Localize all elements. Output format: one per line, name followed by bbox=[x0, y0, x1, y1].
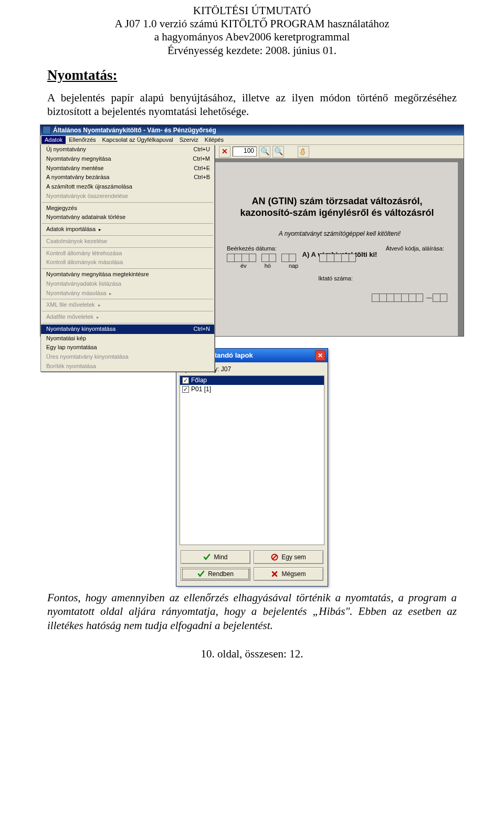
menu-item-label: Nyomtatvány kinyomtatása bbox=[46, 326, 116, 333]
list-item-label: P01 [1] bbox=[191, 385, 211, 393]
iktato-cells-f[interactable] bbox=[433, 294, 447, 302]
label-atvevo: Átvevő kódja, aláírása: bbox=[386, 245, 444, 253]
menu-item[interactable]: Nyomtatvány kinyomtatásaCtrl+N bbox=[41, 325, 214, 334]
menu-item-shortcut: Ctrl+U bbox=[194, 146, 210, 153]
menu-item[interactable]: Nyomtatvány mentéseCtrl+E bbox=[41, 164, 214, 173]
header-line: Érvényesség kezdete: 2008. június 01. bbox=[0, 44, 504, 57]
dialog-doc-name: J07 bbox=[221, 365, 231, 373]
menu-item[interactable]: Megjegyzés bbox=[41, 204, 214, 213]
button-label: Rendben bbox=[208, 570, 234, 578]
menu-item-label: XML file műveletek bbox=[46, 301, 101, 309]
menu-item[interactable]: Egy lap nyomtatása bbox=[41, 343, 214, 352]
menu-item: XML file műveletek bbox=[41, 300, 214, 310]
cancel-icon bbox=[271, 570, 278, 578]
adatok-dropdown-menu: Új nyomtatványCtrl+UNyomtatvány megnyitá… bbox=[40, 145, 215, 372]
menu-item[interactable]: Adatok importálása bbox=[41, 225, 214, 234]
close-doc-button[interactable]: ✕ bbox=[219, 146, 230, 158]
label-ev: év bbox=[240, 263, 247, 270]
menu-item-label: Nyomtatvány másolása bbox=[46, 290, 112, 297]
check-icon bbox=[197, 570, 205, 578]
header-line: A J07 1.0 verzió számú KITÖLTŐ PROGRAM h… bbox=[0, 17, 504, 30]
hand-icon bbox=[299, 148, 308, 156]
ok-button[interactable]: Rendben bbox=[181, 567, 250, 581]
button-label: Mind bbox=[214, 553, 227, 561]
form-title-line1: AN (GTIN) szám törzsadat változásról, bbox=[251, 196, 422, 206]
checkbox[interactable]: ✓ bbox=[182, 386, 189, 393]
zoom-in-icon: 🔍 bbox=[274, 147, 283, 156]
menu-item[interactable]: Új nyomtatványCtrl+U bbox=[41, 145, 214, 154]
form-title-line2: kazonosító-szám igénylésről és változásr… bbox=[240, 207, 434, 218]
form-note: A nyomtatványt számítógéppel kell kitölt… bbox=[222, 230, 458, 238]
dialog-close-button[interactable]: ✕ bbox=[315, 350, 326, 361]
list-item[interactable]: ✓Főlap bbox=[180, 376, 324, 385]
menu-item: Kontroll állományok másolása bbox=[41, 258, 214, 267]
zoom-in-button[interactable]: 🔍 bbox=[272, 146, 284, 158]
menu-separator bbox=[42, 223, 213, 224]
menu-item: Nyomtatványok összerendelése bbox=[41, 192, 214, 201]
page-footer: 10. oldal, összesen: 12. bbox=[0, 647, 504, 661]
atvevo-cells[interactable] bbox=[319, 254, 356, 262]
menu-item: Nyomtatvány másolása bbox=[41, 289, 214, 298]
list-item[interactable]: ✓P01 [1] bbox=[180, 385, 324, 394]
close-icon: ✕ bbox=[222, 147, 228, 156]
menu-item-label: Csatolmányok kezelése bbox=[46, 238, 107, 245]
date-month-cells[interactable] bbox=[261, 254, 276, 262]
menu-item[interactable]: Nyomtatvány megnyitása megtekintésre bbox=[41, 270, 214, 279]
menu-item: Csatolmányok kezelése bbox=[41, 237, 214, 246]
prohibit-icon bbox=[271, 553, 278, 561]
menu-item: Üres nyomtatvány kinyomtatása bbox=[41, 352, 214, 362]
menu-item[interactable]: A nyomtatvány bezárásaCtrl+B bbox=[41, 173, 214, 182]
menu-item-label: A nyomtatvány bezárása bbox=[46, 174, 109, 181]
date-day-cells[interactable] bbox=[281, 254, 296, 262]
label-nap: nap bbox=[289, 263, 298, 270]
button-label: Mégsem bbox=[281, 570, 306, 578]
iktato-cells-e[interactable] bbox=[372, 294, 423, 302]
cancel-button[interactable]: Mégsem bbox=[254, 567, 323, 581]
date-year-cells[interactable] bbox=[227, 254, 256, 262]
menu-ugyfelkapu[interactable]: Kapcsolat az Ügyfélkapuval bbox=[99, 136, 176, 144]
label-ho: hó bbox=[265, 263, 271, 270]
date-axis-labels: év hó nap bbox=[240, 263, 448, 270]
menu-kilepes[interactable]: Kilépés bbox=[202, 136, 227, 144]
menu-item-label: Új nyomtatvány bbox=[46, 146, 86, 153]
svg-line-3 bbox=[272, 555, 277, 559]
menu-item: Kontroll állomány létrehozása bbox=[41, 249, 214, 258]
section-title-nyomtatas: Nyomtatás: bbox=[47, 67, 504, 85]
close-icon: ✕ bbox=[318, 352, 323, 360]
menu-item: Adatfile műveletek bbox=[41, 312, 214, 322]
select-all-button[interactable]: Mind bbox=[181, 550, 250, 564]
button-label: Egy sem bbox=[281, 553, 306, 561]
zoom-input[interactable]: 100 bbox=[233, 147, 257, 156]
menu-separator bbox=[42, 247, 213, 248]
header-line: KITÖLTÉSI ÚTMUTATÓ bbox=[0, 4, 504, 17]
label-beerkezes: Beérkezés dátuma: bbox=[227, 245, 277, 253]
zoom-out-button[interactable]: 🔍 bbox=[259, 146, 270, 158]
menu-item-label: Kontroll állomány létrehozása bbox=[46, 250, 122, 257]
abev-window: Általános Nyomtatványkitöltő - Vám- és P… bbox=[40, 124, 464, 337]
hand-tool-button[interactable] bbox=[298, 146, 309, 158]
window-titlebar: Általános Nyomtatványkitöltő - Vám- és P… bbox=[40, 125, 464, 135]
menu-separator bbox=[42, 202, 213, 203]
menu-item[interactable]: Nyomtatvány megnyitásaCtrl+M bbox=[41, 154, 214, 164]
select-none-button[interactable]: Egy sem bbox=[254, 550, 323, 564]
menu-item-shortcut: Ctrl+B bbox=[194, 174, 210, 181]
menu-item-shortcut: Ctrl+E bbox=[194, 165, 210, 172]
menu-item[interactable]: Nyomtatvány adatainak törlése bbox=[41, 213, 214, 222]
menu-ellenorzes[interactable]: Ellenőrzés bbox=[66, 136, 99, 144]
menu-item: Nyomtatványadatok listázása bbox=[41, 279, 214, 289]
menu-item[interactable]: A számított mezők újraszámolása bbox=[41, 182, 214, 192]
page-header: KITÖLTÉSI ÚTMUTATÓ A J07 1.0 verzió szám… bbox=[0, 4, 504, 57]
menu-adatok[interactable]: Adatok bbox=[41, 136, 66, 144]
menu-item-label: Kontroll állományok másolása bbox=[46, 259, 123, 266]
menu-item-shortcut: Ctrl+M bbox=[193, 155, 210, 163]
pages-listbox[interactable]: ✓Főlap✓P01 [1] bbox=[180, 375, 324, 545]
menu-item-label: Nyomtatványok összerendelése bbox=[46, 193, 128, 200]
label-iktato: Iktató száma: bbox=[223, 275, 448, 283]
menu-item-label: Megjegyzés bbox=[46, 205, 77, 212]
menu-separator bbox=[42, 299, 213, 299]
menu-szerviz[interactable]: Szerviz bbox=[176, 136, 202, 144]
checkbox[interactable]: ✓ bbox=[182, 377, 189, 384]
list-item-label: Főlap bbox=[191, 377, 207, 384]
intro-paragraph: A bejelentés papír alapú benyújtásához, … bbox=[47, 91, 457, 119]
menu-item[interactable]: Nyomtatási kép bbox=[41, 334, 214, 343]
